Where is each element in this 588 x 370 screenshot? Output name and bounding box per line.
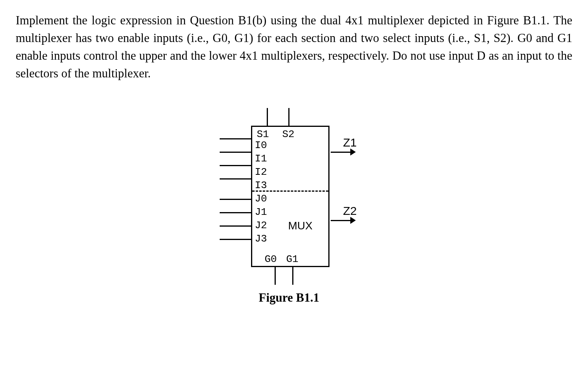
wire-g0 xyxy=(275,267,276,285)
label-i1: I1 xyxy=(255,153,267,165)
arrow-z2 xyxy=(350,217,356,224)
wire-g1 xyxy=(292,267,293,285)
wire-j0 xyxy=(220,199,251,200)
label-j0: J0 xyxy=(255,193,267,205)
wire-j2 xyxy=(220,225,251,227)
label-j3: J3 xyxy=(255,233,267,245)
figure-caption: Figure B1.1 xyxy=(259,291,319,305)
label-g0: G0 xyxy=(265,253,277,265)
wire-i0 xyxy=(220,138,251,139)
label-s1: S1 xyxy=(257,128,269,140)
wire-z1 xyxy=(331,152,350,153)
label-z2: Z2 xyxy=(343,204,357,218)
label-i3: I3 xyxy=(255,180,267,191)
label-i0: I0 xyxy=(255,139,267,151)
mux-diagram: S1 S2 I0 I1 I2 I3 J0 J1 J2 J3 G0 G1 MUX … xyxy=(212,98,377,350)
diagram-container: S1 S2 I0 I1 I2 I3 J0 J1 J2 J3 G0 G1 MUX … xyxy=(16,98,572,350)
arrow-z1 xyxy=(350,148,356,156)
label-mux: MUX xyxy=(288,220,313,232)
wire-z2 xyxy=(331,220,350,221)
wire-s1 xyxy=(267,108,268,126)
question-paragraph: Implement the logic expression in Questi… xyxy=(16,12,572,82)
wire-j3 xyxy=(220,239,251,240)
label-s2: S2 xyxy=(282,128,295,140)
label-g1: G1 xyxy=(286,253,299,265)
wire-i1 xyxy=(220,152,251,153)
label-i2: I2 xyxy=(255,166,267,178)
wire-i2 xyxy=(220,165,251,166)
label-j2: J2 xyxy=(255,220,267,231)
wire-s2 xyxy=(288,108,289,126)
wire-j1 xyxy=(220,212,251,213)
label-j1: J1 xyxy=(255,206,267,218)
wire-i3 xyxy=(220,178,251,180)
label-z1: Z1 xyxy=(343,136,357,149)
